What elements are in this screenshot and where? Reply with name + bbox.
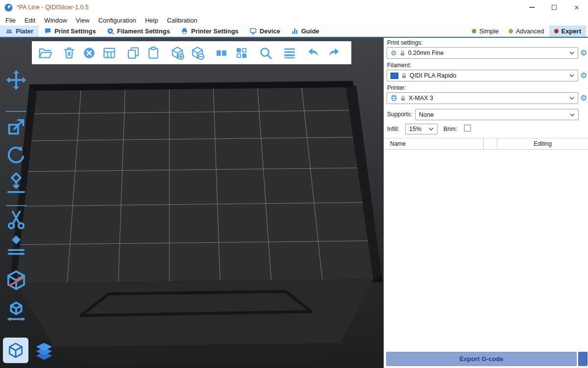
infill-combo[interactable]: 15% [405, 124, 438, 134]
print-settings-icon [44, 27, 51, 35]
print-settings-gear-button[interactable]: ⚙ [579, 49, 588, 57]
cut-scissors-icon [5, 209, 27, 231]
printer-label: Printer: [387, 84, 406, 91]
chevron-down-icon [429, 128, 434, 131]
export-gcode-label: Export G-code [460, 355, 504, 363]
copy-button[interactable] [126, 46, 141, 60]
tab-plater-label: Plater [16, 27, 33, 35]
print-settings-value: 0.20mm Fine [408, 50, 566, 56]
undo-button[interactable] [306, 46, 321, 60]
split-to-objects-icon [214, 46, 229, 60]
tab-plater[interactable]: Plater [0, 26, 39, 37]
rotate-icon [5, 144, 27, 166]
remove-instance-icon [190, 46, 205, 60]
close-button[interactable]: × [565, 0, 588, 15]
filament-combo[interactable]: QIDI PLA Rapido [387, 70, 578, 81]
device-icon [249, 27, 257, 35]
settings-sidebar: Print settings: ⚙ 0.20mm Fine ⚙ Filament… [384, 38, 588, 368]
layers-icon [282, 46, 297, 60]
rotate-button[interactable] [4, 143, 28, 167]
seam-button[interactable] [4, 234, 28, 258]
scale-icon [5, 115, 27, 138]
tab-device[interactable]: Device [244, 26, 286, 37]
menu-help[interactable]: Help [141, 15, 163, 26]
export-gcode-button[interactable]: Export G-code [386, 352, 577, 366]
variable-layer-height-button[interactable] [282, 46, 297, 60]
menu-bar: File Edit Window View Configuration Help… [0, 15, 588, 26]
remove-instance-button[interactable] [190, 46, 205, 60]
split-to-parts-button[interactable] [234, 46, 249, 60]
filament-gear-button[interactable]: ⚙ [579, 71, 588, 80]
tab-bar: Plater Print Settings Filament Settings … [0, 26, 588, 38]
multimaterial-button[interactable] [4, 299, 28, 324]
maximize-icon [552, 5, 557, 10]
printer-settings-icon [181, 27, 188, 35]
cut-button[interactable] [4, 208, 28, 232]
menu-window[interactable]: Window [40, 15, 71, 26]
filament-settings-icon [107, 27, 114, 35]
menu-configuration[interactable]: Configuration [94, 15, 141, 26]
mode-simple[interactable]: Simple [467, 26, 504, 37]
window-title: *PA Line - QIDISlicer-1.0.5 [17, 4, 89, 11]
tab-guide[interactable]: Guide [286, 26, 325, 37]
mode-expert[interactable]: Expert [549, 26, 586, 37]
add-instance-icon [170, 46, 185, 60]
tab-guide-label: Guide [301, 27, 319, 35]
brim-checkbox[interactable] [464, 125, 471, 131]
expert-mode-dot-icon [554, 29, 559, 33]
object-list[interactable] [384, 150, 588, 350]
arrange-button[interactable] [102, 46, 117, 60]
export-options-button[interactable] [578, 352, 588, 366]
tab-filament-settings[interactable]: Filament Settings [101, 26, 175, 37]
minimize-button[interactable] [520, 0, 543, 15]
delete-all-button[interactable] [82, 46, 97, 60]
add-instance-button[interactable] [170, 46, 185, 60]
print-settings-label: Print settings: [387, 39, 423, 46]
object-toolbar [32, 41, 351, 64]
menu-edit[interactable]: Edit [20, 15, 40, 26]
guide-icon [291, 27, 298, 35]
app-logo-icon [4, 3, 13, 12]
mode-advanced[interactable]: Advanced [504, 26, 549, 37]
mode-advanced-label: Advanced [516, 27, 544, 35]
menu-view[interactable]: View [72, 15, 94, 26]
split-to-objects-button[interactable] [214, 46, 229, 60]
printer-combo[interactable]: X-MAX 3 [387, 92, 578, 104]
mode-expert-label: Expert [562, 27, 581, 35]
move-icon [5, 69, 27, 91]
move-button[interactable] [4, 68, 28, 92]
column-header-extruder [484, 138, 497, 149]
minimize-icon [529, 7, 535, 8]
infill-label: Infill: [387, 126, 399, 132]
tab-printer-settings[interactable]: Printer Settings [175, 26, 244, 37]
printer-gear-button[interactable]: ⚙ [579, 94, 588, 103]
close-icon: × [574, 3, 579, 12]
toolbar-separator [6, 111, 26, 112]
place-on-face-button[interactable] [4, 172, 28, 196]
3d-viewport[interactable] [0, 38, 384, 368]
supports-combo[interactable]: None [415, 109, 579, 120]
tab-filament-settings-label: Filament Settings [117, 27, 170, 35]
tab-print-settings[interactable]: Print Settings [39, 26, 101, 37]
scale-button[interactable] [4, 114, 28, 139]
mode-simple-label: Simple [479, 27, 499, 35]
delete-all-icon [82, 46, 97, 60]
supports-value: None [419, 111, 567, 118]
paste-button[interactable] [146, 46, 161, 60]
open-button[interactable] [38, 46, 52, 60]
print-settings-combo[interactable]: ⚙ 0.20mm Fine [387, 47, 578, 59]
chevron-down-icon [569, 52, 574, 54]
simple-mode-dot-icon [472, 29, 476, 33]
menu-file[interactable]: File [1, 15, 20, 26]
menu-calibration[interactable]: Calibration [163, 15, 202, 26]
view-3d-editor-button[interactable] [3, 338, 28, 363]
search-button[interactable] [258, 46, 273, 60]
delete-button[interactable] [62, 46, 76, 60]
maximize-button[interactable] [543, 0, 565, 15]
redo-button[interactable] [326, 46, 341, 60]
view-preview-button[interactable] [31, 338, 57, 363]
place-on-face-icon [5, 173, 27, 195]
3d-editor-cube-icon [7, 342, 24, 359]
measure-button[interactable] [4, 268, 28, 292]
chevron-down-icon [569, 74, 574, 77]
